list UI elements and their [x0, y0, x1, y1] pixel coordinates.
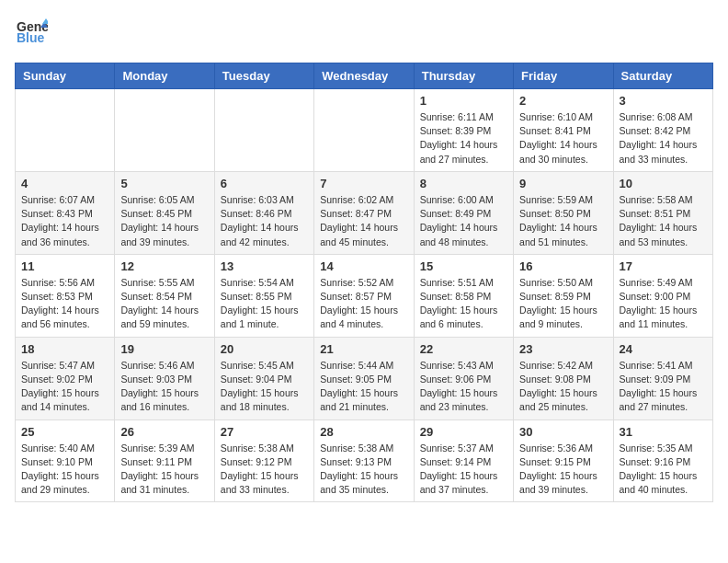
day-info: Sunrise: 5:43 AM Sunset: 9:06 PM Dayligh…	[420, 359, 507, 415]
calendar-day-22: 22Sunrise: 5:43 AM Sunset: 9:06 PM Dayli…	[414, 337, 513, 419]
calendar-week-row: 11Sunrise: 5:56 AM Sunset: 8:53 PM Dayli…	[16, 254, 713, 337]
day-info: Sunrise: 6:02 AM Sunset: 8:47 PM Dayligh…	[320, 193, 407, 249]
day-info: Sunrise: 6:03 AM Sunset: 8:46 PM Dayligh…	[221, 193, 308, 249]
weekday-header-thursday: Thursday	[414, 63, 513, 89]
day-number: 18	[21, 342, 108, 356]
day-number: 13	[221, 259, 308, 273]
day-number: 26	[120, 425, 208, 439]
calendar-table: SundayMondayTuesdayWednesdayThursdayFrid…	[15, 63, 713, 502]
svg-text:Blue: Blue	[17, 30, 45, 45]
calendar-day-8: 8Sunrise: 6:00 AM Sunset: 8:49 PM Daylig…	[414, 171, 513, 254]
calendar-day-28: 28Sunrise: 5:38 AM Sunset: 9:13 PM Dayli…	[314, 419, 414, 502]
day-info: Sunrise: 6:05 AM Sunset: 8:45 PM Dayligh…	[120, 193, 208, 249]
day-number: 5	[120, 177, 208, 190]
empty-day	[16, 89, 115, 172]
calendar-day-27: 27Sunrise: 5:38 AM Sunset: 9:12 PM Dayli…	[214, 419, 313, 502]
calendar-day-4: 4Sunrise: 6:07 AM Sunset: 8:43 PM Daylig…	[16, 171, 115, 254]
day-number: 25	[21, 425, 108, 439]
calendar-day-2: 2Sunrise: 6:10 AM Sunset: 8:41 PM Daylig…	[514, 89, 613, 172]
day-info: Sunrise: 6:07 AM Sunset: 8:43 PM Dayligh…	[21, 193, 108, 249]
day-info: Sunrise: 5:39 AM Sunset: 9:11 PM Dayligh…	[120, 442, 208, 498]
calendar-day-20: 20Sunrise: 5:45 AM Sunset: 9:04 PM Dayli…	[214, 337, 313, 419]
day-number: 1	[420, 94, 507, 108]
calendar-day-13: 13Sunrise: 5:54 AM Sunset: 8:55 PM Dayli…	[214, 254, 313, 337]
day-info: Sunrise: 5:50 AM Sunset: 8:59 PM Dayligh…	[519, 276, 607, 332]
empty-day	[115, 89, 214, 172]
day-number: 28	[320, 425, 407, 439]
day-info: Sunrise: 5:44 AM Sunset: 9:05 PM Dayligh…	[320, 359, 407, 415]
page-header: General Blue	[15, 15, 713, 52]
weekday-header-sunday: Sunday	[16, 63, 115, 89]
calendar-day-18: 18Sunrise: 5:47 AM Sunset: 9:02 PM Dayli…	[16, 337, 115, 419]
day-info: Sunrise: 5:40 AM Sunset: 9:10 PM Dayligh…	[21, 442, 108, 498]
weekday-header-saturday: Saturday	[613, 63, 712, 89]
calendar-day-30: 30Sunrise: 5:36 AM Sunset: 9:15 PM Dayli…	[514, 419, 613, 502]
day-info: Sunrise: 5:55 AM Sunset: 8:54 PM Dayligh…	[120, 276, 208, 332]
day-info: Sunrise: 5:58 AM Sunset: 8:51 PM Dayligh…	[620, 193, 707, 249]
day-info: Sunrise: 5:51 AM Sunset: 8:58 PM Dayligh…	[420, 276, 507, 332]
calendar-week-row: 25Sunrise: 5:40 AM Sunset: 9:10 PM Dayli…	[16, 419, 713, 502]
day-number: 4	[21, 177, 108, 190]
calendar-week-row: 18Sunrise: 5:47 AM Sunset: 9:02 PM Dayli…	[16, 337, 713, 419]
calendar-header-row: SundayMondayTuesdayWednesdayThursdayFrid…	[16, 63, 713, 89]
calendar-day-9: 9Sunrise: 5:59 AM Sunset: 8:50 PM Daylig…	[514, 171, 613, 254]
day-number: 9	[519, 177, 607, 190]
day-info: Sunrise: 5:52 AM Sunset: 8:57 PM Dayligh…	[320, 276, 407, 332]
day-number: 12	[120, 259, 208, 273]
day-info: Sunrise: 5:54 AM Sunset: 8:55 PM Dayligh…	[221, 276, 308, 332]
day-info: Sunrise: 5:59 AM Sunset: 8:50 PM Dayligh…	[519, 193, 607, 249]
day-info: Sunrise: 6:11 AM Sunset: 8:39 PM Dayligh…	[420, 110, 507, 167]
day-info: Sunrise: 6:00 AM Sunset: 8:49 PM Dayligh…	[420, 193, 507, 249]
calendar-day-15: 15Sunrise: 5:51 AM Sunset: 8:58 PM Dayli…	[414, 254, 513, 337]
day-number: 14	[320, 259, 407, 273]
weekday-header-friday: Friday	[514, 63, 613, 89]
calendar-week-row: 4Sunrise: 6:07 AM Sunset: 8:43 PM Daylig…	[16, 171, 713, 254]
calendar-day-17: 17Sunrise: 5:49 AM Sunset: 9:00 PM Dayli…	[613, 254, 712, 337]
day-info: Sunrise: 5:36 AM Sunset: 9:15 PM Dayligh…	[519, 442, 607, 498]
calendar-day-14: 14Sunrise: 5:52 AM Sunset: 8:57 PM Dayli…	[314, 254, 414, 337]
calendar-day-25: 25Sunrise: 5:40 AM Sunset: 9:10 PM Dayli…	[16, 419, 115, 502]
day-info: Sunrise: 5:35 AM Sunset: 9:16 PM Dayligh…	[620, 442, 707, 498]
calendar-day-1: 1Sunrise: 6:11 AM Sunset: 8:39 PM Daylig…	[414, 89, 513, 172]
day-number: 22	[420, 342, 507, 356]
day-info: Sunrise: 5:38 AM Sunset: 9:13 PM Dayligh…	[320, 442, 407, 498]
day-number: 29	[420, 425, 507, 439]
day-number: 3	[620, 94, 707, 108]
day-number: 30	[519, 425, 607, 439]
calendar-day-10: 10Sunrise: 5:58 AM Sunset: 8:51 PM Dayli…	[613, 171, 712, 254]
calendar-day-6: 6Sunrise: 6:03 AM Sunset: 8:46 PM Daylig…	[214, 171, 313, 254]
day-number: 2	[519, 94, 607, 108]
day-number: 17	[620, 259, 707, 273]
calendar-day-23: 23Sunrise: 5:42 AM Sunset: 9:08 PM Dayli…	[514, 337, 613, 419]
day-number: 8	[420, 177, 507, 190]
day-info: Sunrise: 5:56 AM Sunset: 8:53 PM Dayligh…	[21, 276, 108, 332]
day-info: Sunrise: 5:42 AM Sunset: 9:08 PM Dayligh…	[519, 359, 607, 415]
day-info: Sunrise: 5:38 AM Sunset: 9:12 PM Dayligh…	[221, 442, 308, 498]
calendar-day-11: 11Sunrise: 5:56 AM Sunset: 8:53 PM Dayli…	[16, 254, 115, 337]
logo-icon: General Blue	[15, 15, 48, 52]
day-number: 20	[221, 342, 308, 356]
day-info: Sunrise: 5:49 AM Sunset: 9:00 PM Dayligh…	[620, 276, 707, 332]
calendar-day-5: 5Sunrise: 6:05 AM Sunset: 8:45 PM Daylig…	[115, 171, 214, 254]
day-number: 23	[519, 342, 607, 356]
calendar-week-row: 1Sunrise: 6:11 AM Sunset: 8:39 PM Daylig…	[16, 89, 713, 172]
day-info: Sunrise: 5:45 AM Sunset: 9:04 PM Dayligh…	[221, 359, 308, 415]
day-number: 24	[620, 342, 707, 356]
day-info: Sunrise: 5:46 AM Sunset: 9:03 PM Dayligh…	[120, 359, 208, 415]
day-info: Sunrise: 5:47 AM Sunset: 9:02 PM Dayligh…	[21, 359, 108, 415]
calendar-day-19: 19Sunrise: 5:46 AM Sunset: 9:03 PM Dayli…	[115, 337, 214, 419]
day-number: 16	[519, 259, 607, 273]
day-number: 15	[420, 259, 507, 273]
calendar-day-12: 12Sunrise: 5:55 AM Sunset: 8:54 PM Dayli…	[115, 254, 214, 337]
empty-day	[214, 89, 313, 172]
weekday-header-tuesday: Tuesday	[214, 63, 313, 89]
day-number: 27	[221, 425, 308, 439]
day-info: Sunrise: 6:10 AM Sunset: 8:41 PM Dayligh…	[519, 110, 607, 167]
day-number: 31	[620, 425, 707, 439]
weekday-header-monday: Monday	[115, 63, 214, 89]
logo: General Blue	[15, 15, 48, 52]
day-number: 7	[320, 177, 407, 190]
day-number: 10	[620, 177, 707, 190]
day-info: Sunrise: 6:08 AM Sunset: 8:42 PM Dayligh…	[620, 110, 707, 167]
day-number: 21	[320, 342, 407, 356]
